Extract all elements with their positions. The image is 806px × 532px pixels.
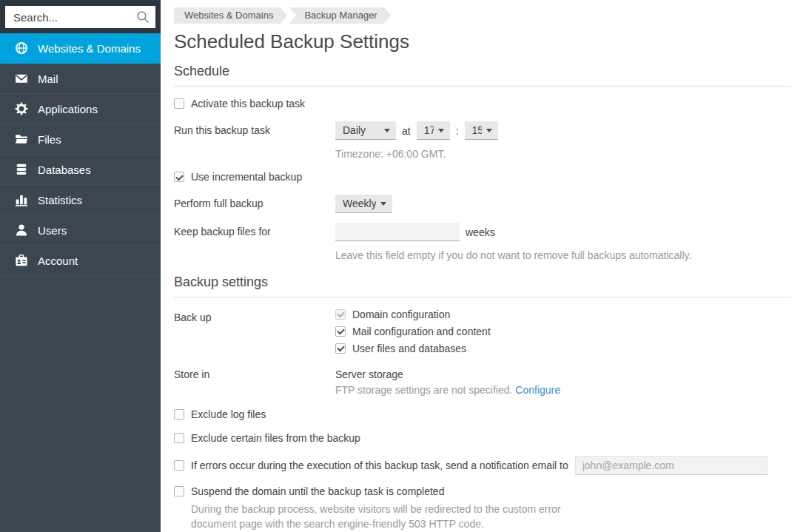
domain-config-label: Domain configuration: [352, 309, 450, 320]
suspend-domain-label[interactable]: Suspend the domain until the backup task…: [191, 485, 444, 497]
keep-backups-row: Keep backup files for weeks Leave this f…: [174, 223, 791, 263]
folder-icon: [14, 132, 28, 147]
search-box[interactable]: [5, 6, 155, 28]
at-label: at: [402, 125, 411, 137]
notify-email-checkbox[interactable]: [174, 460, 184, 471]
sidebar-item-label: Account: [38, 255, 78, 267]
notify-email-row: If errors occur during the execution of …: [174, 456, 791, 475]
activate-backup-checkbox[interactable]: [174, 98, 184, 109]
ftp-storage-note: FTP storage settings are not specified.: [335, 384, 512, 396]
timezone-note: Timezone: +06:00 GMT.: [335, 147, 498, 161]
suspend-domain-row: Suspend the domain until the backup task…: [174, 485, 791, 497]
domain-config-row: Domain configuration: [335, 309, 491, 320]
sidebar-item-label: Statistics: [38, 194, 82, 206]
sidebar-item-label: Users: [38, 224, 67, 237]
keep-backups-input[interactable]: [335, 223, 460, 241]
exclude-files-checkbox[interactable]: [174, 433, 184, 443]
database-icon: [14, 163, 28, 177]
sidebar-item-websites-domains[interactable]: Websites & Domains: [0, 33, 161, 64]
hour-select-wrap: 17: [417, 121, 450, 140]
breadcrumb: Websites & Domains Backup Manager: [174, 7, 791, 24]
minute-select-wrap: 15: [465, 121, 498, 140]
backup-content-label: Back up: [174, 309, 335, 323]
suspend-domain-note: During the backup process, website visit…: [191, 502, 576, 532]
breadcrumb-websites-domains[interactable]: Websites & Domains: [174, 7, 287, 24]
sidebar-item-label: Applications: [38, 103, 98, 115]
search-icon[interactable]: [136, 10, 150, 24]
sidebar-item-statistics[interactable]: Statistics: [0, 185, 161, 215]
sidebar-search-area: [0, 0, 161, 33]
mail-icon: [14, 72, 28, 86]
sidebar-item-account[interactable]: Account: [0, 246, 161, 276]
full-backup-row: Perform full backup Weekly: [174, 195, 791, 213]
section-heading-schedule: Schedule: [174, 64, 791, 87]
store-in-row: Store in Server storage FTP storage sett…: [174, 366, 791, 396]
main-content: Websites & Domains Backup Manager Schedu…: [161, 0, 806, 532]
mail-config-row: Mail configuration and content: [335, 326, 491, 337]
gear-icon: [14, 102, 28, 116]
user-icon: [14, 223, 28, 238]
domain-config-checkbox: [335, 309, 346, 320]
keep-backups-label: Keep backup files for: [174, 223, 335, 238]
sidebar-item-applications[interactable]: Applications: [0, 94, 161, 124]
sidebar-item-databases[interactable]: Databases: [0, 155, 161, 185]
sidebar-item-label: Files: [38, 133, 61, 146]
sidebar-item-label: Databases: [38, 164, 91, 176]
hour-select[interactable]: 17: [417, 121, 450, 140]
period-select[interactable]: Daily: [335, 121, 396, 140]
user-files-label[interactable]: User files and databases: [352, 343, 466, 354]
minute-select[interactable]: 15: [465, 121, 498, 140]
notify-email-input[interactable]: [575, 456, 768, 475]
full-backup-select[interactable]: Weekly: [335, 195, 392, 213]
sidebar-item-mail[interactable]: Mail: [0, 64, 161, 94]
sidebar-item-users[interactable]: Users: [0, 215, 161, 246]
suspend-domain-checkbox[interactable]: [174, 486, 184, 496]
exclude-logs-row: Exclude log files: [174, 408, 791, 420]
sidebar-item-label: Websites & Domains: [38, 42, 141, 55]
user-files-row: User files and databases: [335, 343, 491, 354]
id-badge-icon: [14, 254, 28, 268]
exclude-files-label[interactable]: Exclude certain files from the backup: [191, 432, 360, 444]
notify-email-label[interactable]: If errors occur during the execution of …: [191, 459, 568, 471]
breadcrumb-backup-manager[interactable]: Backup Manager: [289, 7, 391, 24]
page-title: Scheduled Backup Settings: [174, 30, 791, 53]
bar-chart-icon: [14, 193, 28, 207]
exclude-logs-checkbox[interactable]: [174, 409, 184, 420]
incremental-backup-label[interactable]: Use incremental backup: [191, 171, 302, 183]
store-in-value: Server storage: [335, 366, 560, 380]
sidebar-item-files[interactable]: Files: [0, 124, 161, 155]
period-select-wrap: Daily: [335, 121, 396, 140]
globe-icon: [14, 41, 28, 55]
run-task-label: Run this backup task: [174, 121, 335, 136]
incremental-backup-checkbox[interactable]: [174, 172, 184, 182]
colon-label: :: [456, 125, 459, 137]
full-backup-select-wrap: Weekly: [335, 195, 392, 213]
exclude-logs-label[interactable]: Exclude log files: [191, 408, 266, 420]
mail-config-checkbox[interactable]: [335, 326, 346, 337]
section-heading-backup-settings: Backup settings: [174, 275, 791, 297]
mail-config-label[interactable]: Mail configuration and content: [352, 326, 491, 337]
configure-link[interactable]: Configure: [515, 384, 560, 396]
keep-backups-note: Leave this field empty if you do not wan…: [335, 248, 691, 263]
incremental-backup-row: Use incremental backup: [174, 171, 791, 183]
sidebar-item-label: Mail: [38, 73, 58, 85]
sidebar: Websites & Domains Mail Applications: [0, 0, 161, 532]
run-task-row: Run this backup task Daily at 17 : 1: [174, 121, 791, 161]
exclude-files-row: Exclude certain files from the backup: [174, 432, 791, 444]
activate-backup-row: Activate this backup task: [174, 98, 791, 110]
user-files-checkbox[interactable]: [335, 343, 346, 354]
store-in-label: Store in: [174, 366, 335, 380]
backup-content-row: Back up Domain configuration Mail config…: [174, 309, 791, 354]
search-input[interactable]: [5, 6, 136, 28]
activate-backup-label[interactable]: Activate this backup task: [191, 98, 305, 110]
full-backup-label: Perform full backup: [174, 195, 335, 209]
keep-backups-unit: weeks: [466, 226, 495, 238]
